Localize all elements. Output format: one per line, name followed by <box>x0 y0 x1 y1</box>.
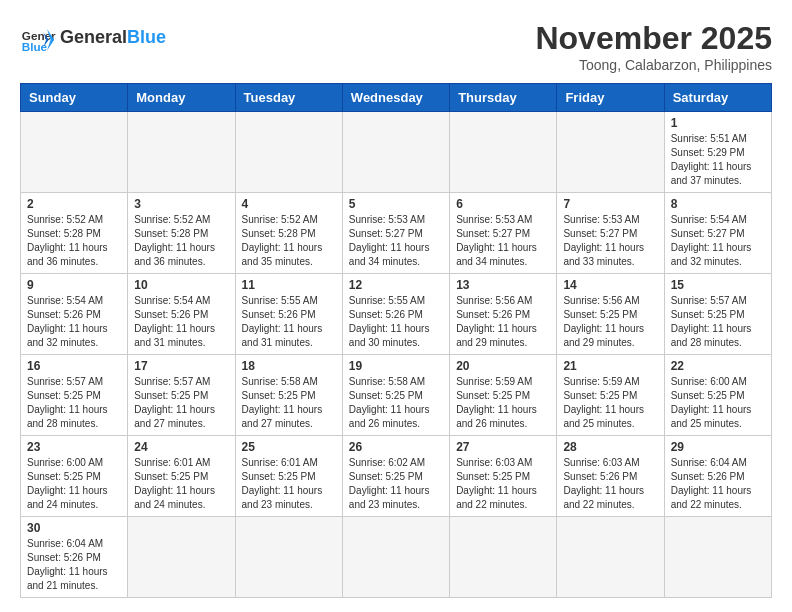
day-number: 20 <box>456 359 550 373</box>
cell-info: Sunrise: 5:58 AMSunset: 5:25 PMDaylight:… <box>349 375 443 431</box>
calendar-cell: 1Sunrise: 5:51 AMSunset: 5:29 PMDaylight… <box>664 112 771 193</box>
calendar-cell: 10Sunrise: 5:54 AMSunset: 5:26 PMDayligh… <box>128 274 235 355</box>
day-number: 7 <box>563 197 657 211</box>
weekday-header-sunday: Sunday <box>21 84 128 112</box>
day-number: 6 <box>456 197 550 211</box>
day-number: 5 <box>349 197 443 211</box>
calendar-cell: 20Sunrise: 5:59 AMSunset: 5:25 PMDayligh… <box>450 355 557 436</box>
calendar-table: SundayMondayTuesdayWednesdayThursdayFrid… <box>20 83 772 598</box>
cell-info: Sunrise: 5:54 AMSunset: 5:26 PMDaylight:… <box>27 294 121 350</box>
calendar-cell: 15Sunrise: 5:57 AMSunset: 5:25 PMDayligh… <box>664 274 771 355</box>
day-number: 16 <box>27 359 121 373</box>
cell-info: Sunrise: 6:04 AMSunset: 5:26 PMDaylight:… <box>27 537 121 593</box>
day-number: 25 <box>242 440 336 454</box>
day-number: 8 <box>671 197 765 211</box>
cell-info: Sunrise: 5:54 AMSunset: 5:27 PMDaylight:… <box>671 213 765 269</box>
calendar-cell: 8Sunrise: 5:54 AMSunset: 5:27 PMDaylight… <box>664 193 771 274</box>
calendar-cell: 22Sunrise: 6:00 AMSunset: 5:25 PMDayligh… <box>664 355 771 436</box>
calendar-cell <box>557 112 664 193</box>
cell-info: Sunrise: 6:04 AMSunset: 5:26 PMDaylight:… <box>671 456 765 512</box>
day-number: 2 <box>27 197 121 211</box>
logo: General Blue GeneralBlue <box>20 20 166 56</box>
page-header: General Blue GeneralBlue November 2025 T… <box>20 20 772 73</box>
day-number: 11 <box>242 278 336 292</box>
logo-icon: General Blue <box>20 20 56 56</box>
calendar-week-row: 30Sunrise: 6:04 AMSunset: 5:26 PMDayligh… <box>21 517 772 598</box>
day-number: 22 <box>671 359 765 373</box>
cell-info: Sunrise: 6:00 AMSunset: 5:25 PMDaylight:… <box>671 375 765 431</box>
day-number: 27 <box>456 440 550 454</box>
cell-info: Sunrise: 5:56 AMSunset: 5:26 PMDaylight:… <box>456 294 550 350</box>
calendar-cell: 3Sunrise: 5:52 AMSunset: 5:28 PMDaylight… <box>128 193 235 274</box>
calendar-cell: 23Sunrise: 6:00 AMSunset: 5:25 PMDayligh… <box>21 436 128 517</box>
location-title: Toong, Calabarzon, Philippines <box>535 57 772 73</box>
calendar-cell <box>450 112 557 193</box>
day-number: 1 <box>671 116 765 130</box>
calendar-week-row: 23Sunrise: 6:00 AMSunset: 5:25 PMDayligh… <box>21 436 772 517</box>
day-number: 12 <box>349 278 443 292</box>
calendar-cell <box>235 517 342 598</box>
cell-info: Sunrise: 5:55 AMSunset: 5:26 PMDaylight:… <box>349 294 443 350</box>
calendar-cell <box>342 517 449 598</box>
calendar-cell: 4Sunrise: 5:52 AMSunset: 5:28 PMDaylight… <box>235 193 342 274</box>
calendar-cell <box>128 112 235 193</box>
calendar-cell <box>128 517 235 598</box>
weekday-header-monday: Monday <box>128 84 235 112</box>
cell-info: Sunrise: 5:53 AMSunset: 5:27 PMDaylight:… <box>563 213 657 269</box>
weekday-header-tuesday: Tuesday <box>235 84 342 112</box>
cell-info: Sunrise: 5:52 AMSunset: 5:28 PMDaylight:… <box>27 213 121 269</box>
calendar-week-row: 16Sunrise: 5:57 AMSunset: 5:25 PMDayligh… <box>21 355 772 436</box>
weekday-header-friday: Friday <box>557 84 664 112</box>
title-block: November 2025 Toong, Calabarzon, Philipp… <box>535 20 772 73</box>
calendar-cell: 19Sunrise: 5:58 AMSunset: 5:25 PMDayligh… <box>342 355 449 436</box>
calendar-cell: 26Sunrise: 6:02 AMSunset: 5:25 PMDayligh… <box>342 436 449 517</box>
calendar-cell <box>342 112 449 193</box>
calendar-cell: 11Sunrise: 5:55 AMSunset: 5:26 PMDayligh… <box>235 274 342 355</box>
calendar-cell: 7Sunrise: 5:53 AMSunset: 5:27 PMDaylight… <box>557 193 664 274</box>
cell-info: Sunrise: 6:02 AMSunset: 5:25 PMDaylight:… <box>349 456 443 512</box>
cell-info: Sunrise: 5:52 AMSunset: 5:28 PMDaylight:… <box>242 213 336 269</box>
day-number: 10 <box>134 278 228 292</box>
cell-info: Sunrise: 5:54 AMSunset: 5:26 PMDaylight:… <box>134 294 228 350</box>
weekday-header-row: SundayMondayTuesdayWednesdayThursdayFrid… <box>21 84 772 112</box>
day-number: 4 <box>242 197 336 211</box>
day-number: 29 <box>671 440 765 454</box>
day-number: 26 <box>349 440 443 454</box>
calendar-cell <box>664 517 771 598</box>
calendar-cell: 17Sunrise: 5:57 AMSunset: 5:25 PMDayligh… <box>128 355 235 436</box>
day-number: 17 <box>134 359 228 373</box>
day-number: 19 <box>349 359 443 373</box>
day-number: 14 <box>563 278 657 292</box>
day-number: 23 <box>27 440 121 454</box>
weekday-header-wednesday: Wednesday <box>342 84 449 112</box>
calendar-week-row: 1Sunrise: 5:51 AMSunset: 5:29 PMDaylight… <box>21 112 772 193</box>
calendar-week-row: 9Sunrise: 5:54 AMSunset: 5:26 PMDaylight… <box>21 274 772 355</box>
calendar-cell: 30Sunrise: 6:04 AMSunset: 5:26 PMDayligh… <box>21 517 128 598</box>
calendar-cell: 12Sunrise: 5:55 AMSunset: 5:26 PMDayligh… <box>342 274 449 355</box>
calendar-cell: 2Sunrise: 5:52 AMSunset: 5:28 PMDaylight… <box>21 193 128 274</box>
day-number: 18 <box>242 359 336 373</box>
calendar-cell: 13Sunrise: 5:56 AMSunset: 5:26 PMDayligh… <box>450 274 557 355</box>
calendar-cell <box>450 517 557 598</box>
cell-info: Sunrise: 6:00 AMSunset: 5:25 PMDaylight:… <box>27 456 121 512</box>
cell-info: Sunrise: 5:57 AMSunset: 5:25 PMDaylight:… <box>134 375 228 431</box>
day-number: 15 <box>671 278 765 292</box>
month-title: November 2025 <box>535 20 772 57</box>
calendar-cell <box>235 112 342 193</box>
weekday-header-thursday: Thursday <box>450 84 557 112</box>
cell-info: Sunrise: 5:53 AMSunset: 5:27 PMDaylight:… <box>349 213 443 269</box>
calendar-cell: 24Sunrise: 6:01 AMSunset: 5:25 PMDayligh… <box>128 436 235 517</box>
cell-info: Sunrise: 5:51 AMSunset: 5:29 PMDaylight:… <box>671 132 765 188</box>
cell-info: Sunrise: 6:01 AMSunset: 5:25 PMDaylight:… <box>134 456 228 512</box>
cell-info: Sunrise: 5:53 AMSunset: 5:27 PMDaylight:… <box>456 213 550 269</box>
calendar-cell: 25Sunrise: 6:01 AMSunset: 5:25 PMDayligh… <box>235 436 342 517</box>
day-number: 21 <box>563 359 657 373</box>
cell-info: Sunrise: 5:59 AMSunset: 5:25 PMDaylight:… <box>456 375 550 431</box>
day-number: 30 <box>27 521 121 535</box>
cell-info: Sunrise: 5:57 AMSunset: 5:25 PMDaylight:… <box>671 294 765 350</box>
cell-info: Sunrise: 6:03 AMSunset: 5:26 PMDaylight:… <box>563 456 657 512</box>
cell-info: Sunrise: 5:57 AMSunset: 5:25 PMDaylight:… <box>27 375 121 431</box>
cell-info: Sunrise: 5:58 AMSunset: 5:25 PMDaylight:… <box>242 375 336 431</box>
day-number: 9 <box>27 278 121 292</box>
weekday-header-saturday: Saturday <box>664 84 771 112</box>
